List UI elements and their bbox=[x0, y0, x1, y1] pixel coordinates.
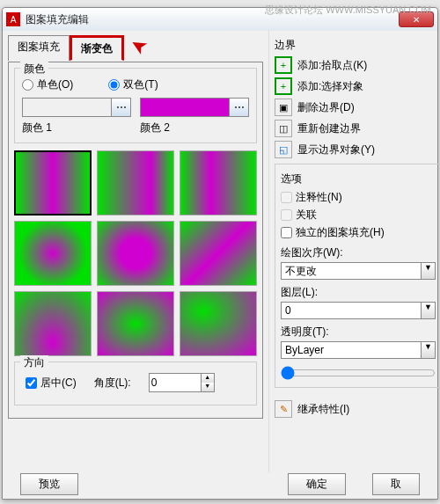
gradient-preset-8[interactable] bbox=[97, 291, 174, 356]
layer-input[interactable] bbox=[281, 302, 422, 319]
tab-content: 颜色 单色(O) 双色(T) ⋯ 颜色 1 ⋯ 颜色 2 bbox=[8, 62, 263, 419]
chevron-down-icon[interactable]: ▼ bbox=[422, 341, 436, 359]
right-pane: 边界 +添加:拾取点(K) +添加:选择对象 ▣删除边界(D) ◫重新创建边界 … bbox=[268, 31, 440, 472]
color1-dropdown-icon[interactable]: ⋯ bbox=[111, 99, 130, 116]
spin-up-icon[interactable]: ▲ bbox=[202, 374, 214, 383]
draw-order-label: 绘图次序(W): bbox=[281, 245, 436, 260]
angle-spinner[interactable]: ▲▼ bbox=[149, 373, 215, 392]
color2-dropdown-icon[interactable]: ⋯ bbox=[229, 99, 248, 116]
inherit-icon[interactable]: ✎ bbox=[275, 400, 292, 418]
color1-label: 颜色 1 bbox=[22, 121, 131, 135]
color2-label: 颜色 2 bbox=[140, 121, 249, 135]
add-select-icon[interactable]: + bbox=[275, 77, 292, 95]
annotative-checkbox[interactable]: 注释性(N) bbox=[281, 190, 436, 205]
ok-button[interactable]: 确定 bbox=[288, 473, 346, 495]
spin-down-icon[interactable]: ▼ bbox=[202, 383, 214, 391]
color-group: 颜色 单色(O) 双色(T) ⋯ 颜色 1 ⋯ 颜色 2 bbox=[14, 68, 257, 143]
transparency-slider[interactable] bbox=[281, 366, 436, 380]
tab-gradient[interactable]: 渐变色 bbox=[70, 35, 124, 61]
add-pick-label[interactable]: 添加:拾取点(K) bbox=[297, 58, 367, 73]
draw-order-combo[interactable]: ▼ bbox=[281, 262, 436, 280]
preview-button[interactable]: 预览 bbox=[20, 473, 78, 495]
options-title: 选项 bbox=[281, 172, 436, 186]
show-boundary-label[interactable]: 显示边界对象(Y) bbox=[297, 142, 375, 157]
show-boundary-icon[interactable]: ◱ bbox=[275, 141, 292, 158]
gradient-preset-2[interactable] bbox=[97, 150, 174, 215]
radio-one-color[interactable]: 单色(O) bbox=[22, 77, 73, 92]
centered-checkbox[interactable]: 居中(C) bbox=[26, 376, 77, 391]
direction-group: 方向 居中(C) 角度(L): ▲▼ bbox=[14, 362, 257, 405]
cancel-button[interactable]: 取 bbox=[372, 473, 420, 495]
remove-boundary-icon[interactable]: ▣ bbox=[275, 99, 292, 116]
gradient-preset-4[interactable] bbox=[14, 221, 92, 286]
transparency-input[interactable] bbox=[281, 341, 422, 359]
angle-label: 角度(L): bbox=[94, 376, 131, 391]
color2-swatch bbox=[141, 99, 229, 116]
independent-checkbox[interactable]: 独立的图案填充(H) bbox=[281, 225, 436, 240]
transparency-combo[interactable]: ▼ bbox=[281, 341, 436, 359]
radio-two-color[interactable]: 双色(T) bbox=[108, 77, 158, 92]
tab-pattern-fill[interactable]: 图案填充 bbox=[8, 35, 70, 61]
annotation-arrow: ➤ bbox=[127, 33, 150, 59]
gradient-preset-5[interactable] bbox=[97, 221, 174, 286]
dialog-footer: 预览 确定 取 bbox=[3, 473, 437, 495]
options-group: 选项 注释性(N) 关联 独立的图案填充(H) 绘图次序(W): ▼ 图层(L)… bbox=[275, 164, 440, 388]
gradient-preset-grid bbox=[14, 150, 257, 356]
angle-input[interactable] bbox=[149, 373, 202, 392]
add-pick-icon[interactable]: + bbox=[275, 56, 292, 74]
layer-combo[interactable]: ▼ bbox=[281, 302, 436, 319]
watermark-text: 思缘设计论坛 WWW.MISSYUAN.COM bbox=[265, 4, 431, 17]
recreate-boundary-icon[interactable]: ◫ bbox=[275, 120, 292, 137]
remove-boundary-label[interactable]: 删除边界(D) bbox=[297, 100, 355, 115]
layer-label: 图层(L): bbox=[281, 285, 436, 300]
boundary-title: 边界 bbox=[275, 38, 440, 53]
transparency-label: 透明度(T): bbox=[281, 325, 436, 340]
gradient-preset-9[interactable] bbox=[180, 291, 257, 356]
left-pane: 图案填充 渐变色 ➤ 颜色 单色(O) 双色(T) ⋯ 颜色 1 bbox=[3, 31, 268, 472]
gradient-preset-3[interactable] bbox=[180, 150, 257, 215]
gradient-preset-6[interactable] bbox=[180, 221, 257, 286]
add-select-label[interactable]: 添加:选择对象 bbox=[297, 79, 363, 94]
color1-picker[interactable]: ⋯ 颜色 1 bbox=[22, 98, 131, 135]
gradient-preset-1[interactable] bbox=[14, 150, 92, 215]
color2-picker[interactable]: ⋯ 颜色 2 bbox=[140, 98, 249, 135]
chevron-down-icon[interactable]: ▼ bbox=[422, 302, 436, 319]
direction-title: 方向 bbox=[20, 355, 48, 370]
gradient-preset-7[interactable] bbox=[14, 291, 92, 356]
dialog-body: 图案填充 渐变色 ➤ 颜色 单色(O) 双色(T) ⋯ 颜色 1 bbox=[3, 31, 437, 472]
inherit-label[interactable]: 继承特性(I) bbox=[297, 402, 349, 417]
associative-checkbox[interactable]: 关联 bbox=[281, 208, 436, 223]
recreate-boundary-label[interactable]: 重新创建边界 bbox=[297, 121, 361, 136]
color-group-title: 颜色 bbox=[20, 62, 48, 77]
tabs: 图案填充 渐变色 ➤ bbox=[8, 34, 263, 60]
dialog-window: A 图案填充编辑 ✕ 图案填充 渐变色 ➤ 颜色 单色(O) 双色(T) bbox=[2, 7, 438, 500]
app-icon: A bbox=[6, 12, 20, 26]
chevron-down-icon[interactable]: ▼ bbox=[422, 262, 436, 280]
draw-order-input[interactable] bbox=[281, 262, 422, 280]
color1-swatch bbox=[23, 99, 111, 116]
